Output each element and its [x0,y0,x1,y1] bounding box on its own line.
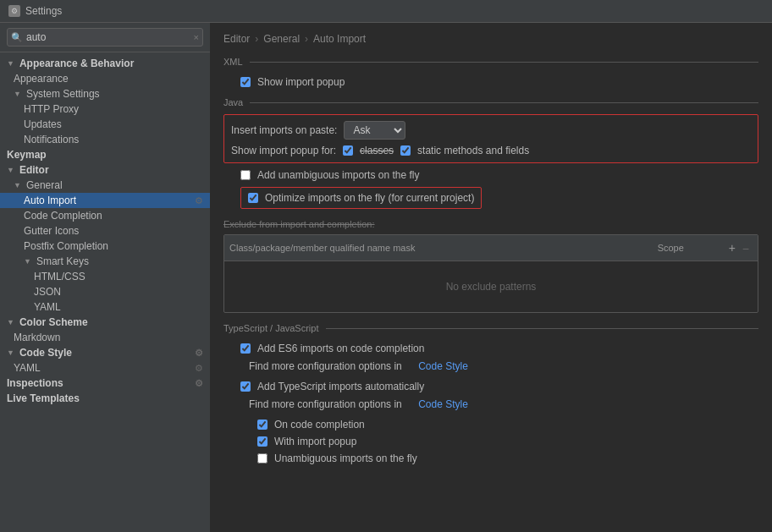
static-methods-label: static methods and fields [417,145,529,156]
ts-find-more-1-row: Find more configuration options in Code … [223,358,758,375]
show-import-popup-checkbox[interactable] [240,77,251,87]
search-clear-button[interactable]: × [194,32,199,42]
java-label: Java [223,97,243,107]
gear-icon: ⚙ [195,348,203,359]
sidebar-item-postfix-completion[interactable]: Postfix Completion [0,239,210,254]
classes-checkbox[interactable] [343,145,353,156]
sidebar-item-yaml[interactable]: YAML [0,299,210,315]
table-col1: Class/package/member qualified name mask [229,243,658,253]
show-import-popup-row: Show import popup [223,74,758,90]
xml-divider-line [250,62,758,63]
ts-with-import-checkbox[interactable] [257,436,267,447]
app-icon: ⚙ [8,5,20,17]
java-section-divider: Java [223,97,758,107]
ts-find-more-1-text: Find more configuration options in [249,360,402,372]
static-methods-checkbox[interactable] [400,145,411,156]
expand-icon: ▼ [7,318,14,326]
sidebar-item-appearance[interactable]: Appearance [0,71,210,86]
expand-icon: ▼ [7,166,14,174]
breadcrumb-sep1: › [255,33,258,45]
optimize-imports-checkbox[interactable] [248,193,258,203]
title-bar: ⚙ Settings [0,0,772,23]
xml-label: XML [223,57,243,67]
breadcrumb-editor: Editor [223,33,250,45]
expand-icon: ▼ [24,257,31,266]
sidebar-item-color-scheme[interactable]: ▼ Color Scheme [0,315,210,330]
search-icon: 🔍 [11,32,23,43]
ts-find-more-2-row: Find more configuration options in Code … [223,396,758,413]
expand-icon: ▼ [7,59,14,68]
sidebar-item-updates[interactable]: Updates [0,117,210,132]
table-add-button[interactable]: + [725,241,739,255]
table-col2: Scope [658,243,725,253]
exclude-label: Exclude from import and completion: [223,219,758,229]
table-body: No exclude patterns [224,261,758,312]
xml-section-divider: XML [223,57,758,67]
insert-imports-label: Insert imports on paste: [231,124,337,136]
sidebar-item-live-templates[interactable]: Live Templates [0,391,210,406]
sidebar-item-yaml-style[interactable]: YAML ⚙ [0,360,210,376]
expand-icon: ▼ [7,348,14,357]
table-remove-button[interactable]: − [739,240,753,257]
ts-divider-line [326,328,759,329]
sidebar-item-general[interactable]: ▼ General [0,178,210,193]
search-bar: 🔍 × [0,23,210,52]
sidebar-item-markdown[interactable]: Markdown [0,330,210,345]
optimize-imports-row: Optimize imports on the fly (for current… [248,189,474,206]
breadcrumb-auto-import: Auto Import [313,33,366,45]
add-unambiguous-label: Add unambiguous imports on the fly [257,169,419,181]
search-input[interactable] [7,28,203,47]
ts-add-typescript-checkbox[interactable] [240,381,251,392]
sidebar-item-html-css[interactable]: HTML/CSS [0,269,210,284]
sidebar-item-keymap[interactable]: Keymap [0,147,210,162]
sidebar-item-inspections[interactable]: Inspections ⚙ [0,376,210,391]
sidebar-item-auto-import[interactable]: Auto Import ⚙ [0,193,210,208]
show-import-popup-label: Show import popup [257,76,345,88]
ts-with-import-row: With import popup [223,433,758,450]
ts-unambiguous-checkbox[interactable] [257,453,267,463]
sidebar-item-notifications[interactable]: Notifications [0,132,210,147]
sidebar-item-code-completion[interactable]: Code Completion [0,208,210,223]
expand-icon: ▼ [14,181,21,189]
insert-imports-highlight-box: Insert imports on paste: Ask Always Neve… [223,114,758,163]
table-header: Class/package/member qualified name mask… [224,235,758,261]
optimize-imports-highlight-box: Optimize imports on the fly (for current… [240,187,482,209]
sidebar-item-gutter-icons[interactable]: Gutter Icons [0,223,210,239]
sidebar-item-appearance-behavior[interactable]: ▼ Appearance & Behavior [0,56,210,71]
classes-label: classes [360,145,394,156]
ts-unambiguous-label: Unambiguous imports on the fly [274,452,417,464]
add-unambiguous-checkbox[interactable] [240,170,251,180]
show-import-popup-java-row: Show import popup for: classes static me… [231,142,751,159]
gear-icon: ⚙ [195,363,203,374]
java-divider-line [250,102,758,103]
ts-code-style-link-2[interactable]: Code Style [418,398,468,410]
sidebar: 🔍 × ▼ Appearance & Behavior Appearance ▼… [0,23,210,532]
sidebar-item-http-proxy[interactable]: HTTP Proxy [0,101,210,117]
ts-add-es6-checkbox[interactable] [240,343,251,354]
ts-section-divider: TypeScript / JavaScript [223,323,758,333]
exclude-section: Exclude from import and completion: Clas… [223,219,758,313]
content-area: Editor › General › Auto Import XML Show … [210,23,772,532]
exclude-table: Class/package/member qualified name mask… [223,234,758,313]
ts-with-import-label: With import popup [274,436,356,447]
sidebar-item-code-style[interactable]: ▼ Code Style ⚙ [0,345,210,360]
ts-label: TypeScript / JavaScript [223,323,319,333]
show-import-popup-java-label: Show import popup for: [231,145,336,156]
empty-patterns-text: No exclude patterns [446,281,537,293]
sidebar-item-json[interactable]: JSON [0,284,210,299]
ts-add-typescript-row: Add TypeScript imports automatically [223,378,758,395]
expand-icon: ▼ [14,90,21,98]
sidebar-item-system-settings[interactable]: ▼ System Settings [0,86,210,101]
sidebar-item-editor[interactable]: ▼ Editor [0,162,210,178]
insert-imports-row: Insert imports on paste: Ask Always Neve… [231,118,751,142]
ts-code-style-link-1[interactable]: Code Style [418,360,468,372]
sidebar-item-smart-keys[interactable]: ▼ Smart Keys [0,254,210,269]
gear-icon: ⚙ [195,195,203,206]
ts-add-typescript-label: Add TypeScript imports automatically [257,381,424,392]
add-unambiguous-row: Add unambiguous imports on the fly [223,167,758,184]
breadcrumb-sep2: › [305,33,308,45]
insert-imports-select[interactable]: Ask Always Never [344,121,405,140]
breadcrumb: Editor › General › Auto Import [223,33,758,45]
ts-add-es6-row: Add ES6 imports on code completion [223,340,758,357]
ts-on-code-checkbox[interactable] [257,420,267,430]
